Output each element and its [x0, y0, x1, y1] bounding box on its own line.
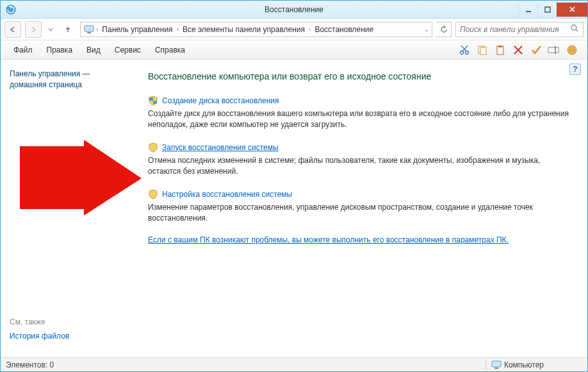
chevron-right-icon: › — [96, 26, 98, 33]
option-desc: Создайте диск для восстановления вашего … — [148, 108, 571, 131]
option-create-recovery-disk: Создание диска восстановления Создайте д… — [148, 96, 571, 131]
link-configure-system-restore[interactable]: Настройка восстановления системы — [162, 190, 292, 199]
menu-view[interactable]: Вид — [80, 43, 107, 57]
svg-rect-22 — [494, 368, 498, 369]
breadcrumb-item[interactable]: Восстановление — [312, 25, 376, 34]
sidebar: Панель управления — домашняя страница См… — [1, 60, 129, 356]
delete-icon[interactable] — [512, 44, 525, 56]
refresh-button[interactable] — [436, 22, 452, 37]
svg-rect-10 — [480, 47, 486, 55]
statusbar: Элементов: 0 Компьютер — [1, 357, 587, 371]
scissors-icon[interactable] — [458, 44, 471, 56]
main-panel: ? Восстановление компьютера или возврат … — [129, 60, 587, 356]
chevron-down-icon[interactable]: ⌄ — [424, 26, 429, 33]
minimize-button[interactable] — [518, 3, 537, 17]
breadcrumb[interactable]: › Панель управления › Все элементы панел… — [80, 22, 432, 37]
globe-icon[interactable] — [566, 44, 578, 56]
sidebar-home-link[interactable]: Панель управления — домашняя страница — [10, 69, 120, 90]
recent-dropdown[interactable] — [45, 21, 56, 38]
sidebar-link-history[interactable]: История файлов — [10, 332, 120, 341]
svg-line-6 — [576, 30, 578, 31]
link-create-recovery-disk[interactable]: Создание диска восстановления — [162, 96, 279, 105]
option-start-system-restore: Запуск восстановления системы Отмена пос… — [148, 142, 571, 178]
up-button[interactable] — [60, 21, 76, 38]
svg-rect-12 — [498, 46, 502, 47]
computer-icon — [491, 360, 502, 369]
svg-point-5 — [571, 25, 576, 30]
svg-rect-18 — [149, 97, 153, 101]
status-computer: Компьютер — [491, 360, 544, 369]
chevron-right-icon: › — [177, 26, 179, 33]
check-icon[interactable] — [530, 44, 543, 56]
see-also-label: См. также — [10, 317, 120, 326]
svg-point-8 — [466, 51, 469, 54]
search-icon[interactable] — [570, 24, 579, 35]
svg-rect-21 — [492, 361, 501, 367]
titlebar: Восстановление — [1, 1, 587, 19]
svg-rect-2 — [545, 7, 550, 12]
svg-rect-3 — [85, 26, 94, 31]
search-input[interactable] — [460, 25, 570, 34]
link-pc-settings-recovery[interactable]: Если с вашим ПК возникают проблемы, вы м… — [148, 235, 571, 244]
status-computer-label: Компьютер — [504, 360, 544, 369]
back-button[interactable] — [4, 21, 21, 38]
page-heading: Восстановление компьютера или возврат ег… — [148, 71, 571, 81]
copy-icon[interactable] — [476, 44, 489, 56]
breadcrumb-item[interactable]: Все элементы панели управления — [180, 25, 307, 34]
option-desc: Изменение параметров восстановления, упр… — [148, 202, 571, 224]
close-button[interactable] — [557, 3, 587, 17]
shield-icon — [148, 189, 158, 199]
breadcrumb-item[interactable]: Панель управления — [99, 25, 175, 34]
clipboard-icon[interactable] — [494, 44, 507, 56]
svg-rect-4 — [87, 32, 91, 33]
shield-icon — [148, 96, 158, 106]
menu-edit[interactable]: Правка — [40, 43, 79, 57]
toolbar — [458, 44, 581, 56]
option-configure-system-restore: Настройка восстановления системы Изменен… — [148, 189, 571, 224]
menubar: Файл Правка Вид Сервис Справка — [1, 40, 587, 60]
content-area: Панель управления — домашняя страница См… — [1, 60, 587, 356]
svg-rect-19 — [153, 101, 157, 104]
chevron-right-icon: › — [309, 26, 311, 33]
link-start-system-restore[interactable]: Запуск восстановления системы — [162, 143, 279, 152]
menu-file[interactable]: Файл — [7, 43, 39, 57]
monitor-icon — [83, 24, 95, 35]
menu-service[interactable]: Сервис — [108, 43, 147, 57]
shield-icon — [148, 142, 158, 153]
window-title: Восстановление — [1, 5, 587, 14]
search-box[interactable] — [455, 22, 584, 37]
svg-rect-13 — [548, 47, 559, 53]
help-button[interactable]: ? — [569, 63, 581, 75]
option-desc: Отмена последних изменений в системе; фа… — [148, 155, 571, 178]
window-buttons — [518, 3, 587, 17]
maximize-button[interactable] — [537, 3, 557, 17]
forward-button[interactable] — [25, 21, 42, 38]
svg-point-7 — [461, 51, 464, 54]
navbar: › Панель управления › Все элементы панел… — [1, 19, 587, 40]
app-icon — [3, 4, 19, 15]
status-element-count: Элементов: 0 — [6, 360, 54, 369]
rename-icon[interactable] — [548, 44, 560, 56]
menu-help[interactable]: Справка — [149, 43, 192, 57]
